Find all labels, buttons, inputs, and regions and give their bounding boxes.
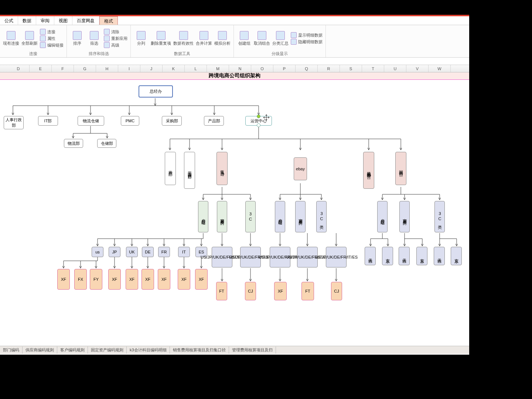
leaf-xf[interactable]: XF [274,282,287,300]
tab-百度网盘[interactable]: 百度网盘 [72,16,99,25]
node-ebay[interactable]: ebay [294,157,307,180]
node-cat-b2[interactable]: 家居厨房 [295,201,306,232]
node-logi[interactable]: 物流仓储 [78,116,104,126]
ribbon-显示明细数据[interactable]: 显示明细数据 [291,32,323,38]
node-cat-a1[interactable]: 户外运动 [198,201,208,232]
ribbon-合并计算[interactable]: 合并计算 [196,31,212,46]
node-reg5[interactable]: US/JP/UK/DE/FR/IT/ES [326,247,347,267]
leaf-ft2[interactable]: FT [301,282,314,300]
cn1[interactable]: 天猫 [365,247,376,265]
leaf-ft[interactable]: FT [216,282,227,300]
ribbon-隐藏明细数据[interactable]: 隐藏明细数据 [291,39,323,45]
ribbon-创建组[interactable]: 创建组 [237,31,252,46]
cn4[interactable]: 京东 [416,247,427,265]
node-fr[interactable]: FR [158,247,170,257]
sheet-客户编码规则[interactable]: 客户编码规则 [57,347,88,354]
ribbon-取消组合[interactable]: 取消组合 [254,31,270,46]
sheet-供应商编码规则[interactable]: 供应商编码规则 [23,347,57,354]
node-wl1[interactable]: 物流部 [64,139,83,148]
node-reg2[interactable]: US/JP/UK/DE/FR/IT/ES [240,247,261,267]
node-product[interactable]: 产品部 [204,116,224,126]
node-de[interactable]: DE [142,247,154,257]
cn3[interactable]: 天猫 [399,247,410,265]
node-opcenter-selected[interactable]: 运营中心 [245,116,272,126]
node-uk[interactable]: UK [126,247,138,257]
col-W[interactable]: W [429,65,451,72]
node-amazon[interactable]: 亚马逊 [216,152,228,185]
node-it[interactable]: IT [178,247,190,257]
node-cat-b1[interactable]: 户外运动 [275,201,285,232]
ribbon-重新应用[interactable]: 重新应用 [104,35,127,41]
ribbon-数据有效性[interactable]: 数据有效性 [173,31,194,46]
node-domestic[interactable]: 国内平台 [395,152,406,185]
col-T[interactable]: T [362,65,384,72]
node-cat-a2[interactable]: 家居厨房 [217,201,227,232]
col-F[interactable]: F [52,65,74,72]
node-design[interactable]: 平面设计部 [184,152,195,189]
ribbon-高级[interactable]: 高级 [104,42,127,48]
node-hr[interactable]: 人事行政部 [4,116,24,129]
leaf-xf5[interactable]: XF [126,269,138,290]
node-cat-a3[interactable]: 3C [245,201,256,232]
col-I[interactable]: I [118,65,140,72]
col-J[interactable]: J [140,65,163,72]
node-pmc[interactable]: PMC [121,116,139,126]
col-V[interactable]: V [406,65,429,72]
leaf-xf7[interactable]: XF [158,269,170,290]
col-O[interactable]: O [251,65,273,72]
leaf-xf9[interactable]: XF [195,269,208,290]
ribbon-分列[interactable]: 分列 [134,31,149,46]
col-Q[interactable]: Q [296,65,318,72]
col-H[interactable]: H [96,65,118,72]
sheet-部门编码[interactable]: 部门编码 [0,347,23,354]
leaf-xf8[interactable]: XF [178,269,190,290]
ribbon-分类汇总[interactable]: 分类汇总 [272,31,289,46]
node-cat-c3[interactable]: 3C类 [434,201,445,232]
tab-格式[interactable]: 格式 [99,16,118,25]
leaf-xf2[interactable]: FX [74,269,87,290]
tab-视图[interactable]: 视图 [54,16,72,25]
sheet-k3会计科目编码明细[interactable]: k3会计科目编码明细 [127,347,170,354]
node-us[interactable]: us [92,247,103,257]
node-cat-c2[interactable]: 家居厨房 [399,201,410,232]
col-E[interactable]: E [30,65,52,72]
worksheet[interactable]: 跨境电商公司组织架构 [0,72,469,324]
sheet-固定资产编码规则[interactable]: 固定资产编码规则 [88,347,127,354]
col-M[interactable]: M [207,65,229,72]
cn5[interactable]: 天猫 [434,247,445,265]
leaf-xf4[interactable]: XF [108,269,121,290]
leaf-cj2[interactable]: CJ [331,282,342,300]
ribbon-属性[interactable]: 属性 [40,35,64,41]
ribbon-清除[interactable]: 清除 [104,29,127,35]
ribbon-删除重复项[interactable]: 删除重复项 [151,31,171,46]
node-cat-b3[interactable]: 3C类 [316,201,327,232]
node-purchase[interactable]: 采购部 [162,116,182,126]
ribbon-模拟分析[interactable]: 模拟分析 [214,31,231,46]
cn2[interactable]: 京东 [382,247,393,265]
leaf-xf1[interactable]: XF [57,269,70,290]
ribbon-连接[interactable]: 连接 [40,29,64,35]
ribbon-编辑链接[interactable]: 编辑链接 [40,42,64,48]
node-it[interactable]: IT部 [38,116,58,126]
tab-审阅[interactable]: 审阅 [36,16,54,25]
col-N[interactable]: N [229,65,251,72]
ribbon-现有连接[interactable]: 现有连接 [3,31,19,46]
node-promo[interactable]: 推广部 [165,152,176,185]
col-U[interactable]: U [384,65,406,72]
col-D[interactable]: D [7,65,30,72]
node-jp[interactable]: JP [109,247,120,257]
col-R[interactable]: R [318,65,340,72]
col-K[interactable]: K [163,65,185,72]
tab-公式[interactable]: 公式 [0,16,18,25]
col-S[interactable]: S [340,65,362,72]
col-P[interactable]: P [273,65,296,72]
cn6[interactable]: 京东 [451,247,462,265]
ribbon-筛选[interactable]: 筛选 [87,31,102,46]
node-wl2[interactable]: 仓储部 [97,139,116,148]
sheet-销售费用核算项目及归集口径[interactable]: 销售费用核算项目及归集口径 [170,347,229,354]
ribbon-全部刷新[interactable]: 全部刷新 [21,31,38,46]
node-overseas[interactable]: 其他国外平台 [363,152,374,189]
ribbon-排序[interactable]: 排序 [70,31,85,46]
node-cat-c1[interactable]: 户外运动 [377,201,388,232]
node-gm[interactable]: 总经办 [139,85,173,98]
